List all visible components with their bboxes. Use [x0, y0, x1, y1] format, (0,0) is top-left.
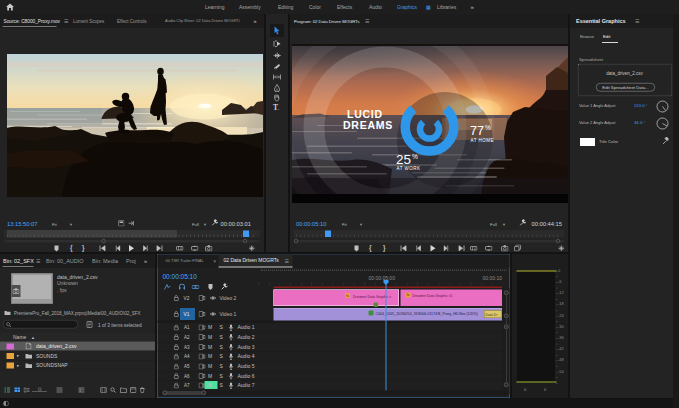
svg-text:AT HOME: AT HOME: [471, 138, 495, 143]
svg-text:77: 77: [470, 124, 484, 138]
svg-text:%: %: [485, 124, 491, 131]
svg-text:25: 25: [396, 152, 411, 167]
svg-text:DREAMS: DREAMS: [343, 119, 393, 131]
svg-text:%: %: [412, 153, 418, 160]
svg-text:AT WORK: AT WORK: [397, 166, 421, 171]
